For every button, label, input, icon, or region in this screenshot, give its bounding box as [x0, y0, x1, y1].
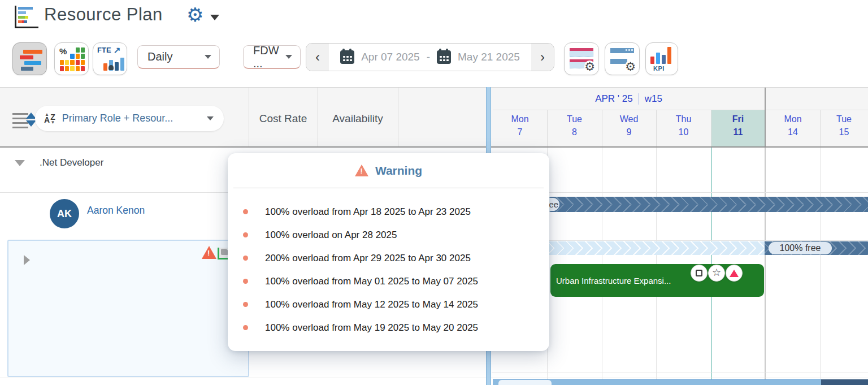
kpi-label: KPI	[653, 65, 665, 72]
gear-icon: ⚙	[625, 60, 636, 72]
day-cell: Thu10	[656, 110, 711, 146]
warning-title: Warning	[375, 164, 422, 178]
gear-icon: ⚙	[584, 60, 595, 72]
warning-list: 100% overload from Apr 18 2025 to Apr 23…	[228, 188, 549, 339]
group-collapse-caret-icon[interactable]	[15, 160, 25, 166]
page-title: Resource Plan	[44, 5, 163, 25]
date-to-field[interactable]: May 21 2025	[458, 51, 520, 63]
aaron-availability-bar[interactable]	[549, 197, 868, 212]
column-header-cost-rate: Cost Rate	[249, 111, 318, 127]
row-divider	[492, 373, 868, 373]
plan-value: FDW ...	[253, 44, 285, 70]
bullet-icon	[243, 209, 248, 214]
day-divider	[711, 110, 711, 146]
task-square-button[interactable]	[691, 265, 708, 282]
warning-item: 100% overload from May 12 2025 to May 14…	[228, 293, 549, 316]
column-header-availability: Availability	[318, 111, 398, 127]
task-alert-button[interactable]	[726, 265, 743, 282]
percent-icon: %	[59, 46, 67, 56]
alert-triangle-icon	[730, 270, 739, 277]
overload-warning-icon[interactable]	[202, 246, 216, 259]
week-label: w15	[645, 93, 662, 105]
day-cell-today: Fri11	[711, 110, 765, 146]
warning-item: 100% overload from Apr 18 2025 to Apr 23…	[228, 200, 549, 223]
plan-select[interactable]: FDW ...	[243, 45, 301, 69]
fte-label: FTE	[97, 46, 111, 54]
day-cell: Tue15	[820, 110, 868, 146]
next-period-button[interactable]: ›	[531, 44, 554, 71]
bullet-icon	[243, 302, 248, 307]
week-divider	[765, 88, 766, 146]
kpi-button[interactable]: KPI	[645, 42, 678, 75]
view-gantt-button[interactable]	[12, 42, 47, 75]
avatar: AK	[50, 199, 79, 228]
row-expand-caret-icon[interactable]	[24, 255, 30, 265]
warning-item: 100% overload from May 01 2025 to May 07…	[228, 270, 549, 293]
warning-item: 100% overload on Apr 28 2025	[228, 223, 549, 246]
warning-item: 200% overload from Apr 29 2025 to Apr 30…	[228, 246, 549, 270]
date-range-picker: ‹ Apr 07 2025 - May 21 2025 ›	[306, 43, 554, 71]
gear-icon[interactable]: ⚙	[186, 3, 203, 26]
view-heatmap-button[interactable]: %	[54, 42, 89, 75]
az-sort-icon: ▲A Z▼	[44, 113, 55, 124]
trend-arrow-icon: ↗	[114, 45, 121, 55]
row-divider	[0, 378, 868, 378]
interval-value: Daily	[147, 50, 172, 63]
group-label: .Net Developer	[40, 157, 103, 168]
sort-order-icon[interactable]	[12, 111, 35, 129]
day-cell: Wed9	[602, 110, 656, 146]
column-divider	[398, 88, 398, 146]
prev-period-button[interactable]: ‹	[306, 44, 329, 71]
range-separator: -	[427, 51, 430, 63]
calendar-icon	[437, 50, 451, 64]
warning-icon	[355, 165, 368, 176]
month-week-label: APR ' 25 w15	[493, 89, 765, 109]
bullet-icon	[243, 279, 248, 284]
chevron-down-icon	[285, 55, 292, 59]
star-icon: ☆	[712, 267, 721, 278]
role-column-dropdown[interactable]: ▲A Z▼ Primary Role + Resour...	[35, 106, 224, 131]
square-icon	[696, 270, 702, 276]
calendar-icon	[340, 50, 354, 64]
fte-bars-icon	[103, 58, 124, 71]
gantt-bars-icon	[20, 50, 42, 72]
resource-plan-app: Resource Plan ⚙ % FTE ↗ Daily FDW ... ‹	[0, 0, 868, 385]
bullet-icon	[243, 325, 248, 330]
day-divider	[820, 110, 821, 146]
selected-row-highlight	[7, 240, 249, 377]
warning-item: 100% overload from May 19 2025 to May 20…	[228, 316, 549, 339]
month-label: APR ' 25	[595, 93, 633, 105]
person-icon	[108, 65, 114, 70]
task-star-button[interactable]: ☆	[708, 265, 725, 282]
gridline	[820, 148, 821, 385]
day-cell: Mon7	[493, 110, 547, 146]
day-cell: Mon14	[766, 110, 820, 146]
week-gridline	[765, 148, 766, 385]
bullet-icon	[243, 256, 248, 261]
bar-settings-button[interactable]: ⚙	[605, 42, 640, 75]
day-divider	[602, 110, 602, 146]
day-cell: Tue8	[547, 110, 602, 146]
chevron-down-icon	[207, 116, 214, 120]
view-fte-button[interactable]: FTE ↗	[93, 42, 127, 75]
warning-popup: Warning 100% overload from Apr 18 2025 t…	[228, 153, 549, 351]
jenny-availability-bar-light[interactable]	[549, 241, 765, 255]
task-label: Urban Infrastructure Expansi...	[550, 276, 671, 285]
jenny-free-pill: 100% free	[769, 242, 832, 254]
role-column-label: Primary Role + Resour...	[62, 113, 207, 124]
chevron-down-icon	[205, 55, 211, 59]
day-divider	[547, 110, 548, 146]
row-settings-button[interactable]: ⚙	[564, 42, 599, 75]
warning-popup-header: Warning	[228, 153, 549, 188]
next-row-free-pill	[498, 380, 552, 385]
resource-plan-logo-icon	[15, 6, 38, 28]
next-row-bar-dark-segment	[821, 379, 868, 385]
chevron-down-icon[interactable]	[210, 15, 219, 20]
interval-select[interactable]: Daily	[137, 45, 220, 69]
bullet-icon	[243, 232, 248, 237]
date-from-field[interactable]: Apr 07 2025	[361, 51, 420, 63]
resource-name-link[interactable]: Aaron Kenon	[87, 205, 145, 217]
day-divider	[656, 110, 657, 146]
label-divider	[639, 93, 639, 105]
kpi-bars-icon	[650, 47, 671, 64]
